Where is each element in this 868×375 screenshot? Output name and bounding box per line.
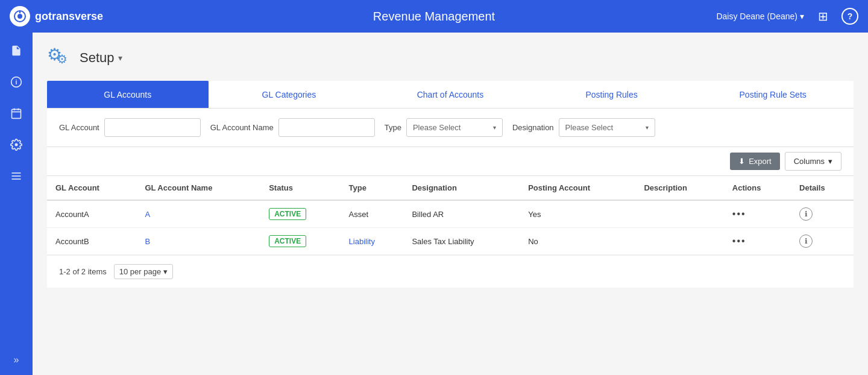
type-label: Type <box>385 123 401 132</box>
cell-details-a: ℹ <box>791 200 854 228</box>
tab-gl-categories[interactable]: GL Categories <box>209 81 370 108</box>
designation-label: Designation <box>512 123 554 132</box>
app-title: Revenue Management <box>373 10 495 24</box>
status-badge-b: ACTIVE <box>269 235 306 247</box>
export-label: Export <box>749 157 772 166</box>
cell-type-b: Liability <box>341 228 404 255</box>
pagination-bar: 1-2 of 2 items 10 per page ▾ <box>47 255 854 288</box>
gl-account-name-filter-group: GL Account Name <box>210 118 375 137</box>
filter-area: GL Account GL Account Name Type Please S… <box>47 109 854 147</box>
sidebar-item-book[interactable] <box>5 40 27 61</box>
gl-account-name-link-b[interactable]: B <box>145 237 150 246</box>
tab-chart-of-accounts[interactable]: Chart of Accounts <box>370 81 531 108</box>
cell-gl-account-name-a: A <box>136 200 260 228</box>
col-header-status: Status <box>260 176 340 200</box>
table-container: GL Account GL Account Name Status Type D… <box>47 176 854 255</box>
designation-select-value: Please Select <box>565 123 614 132</box>
cell-details-b: ℹ <box>791 228 854 255</box>
gl-account-name-input[interactable] <box>278 118 375 137</box>
type-select-value: Please Select <box>413 123 461 132</box>
status-badge-a: ACTIVE <box>269 208 306 220</box>
table-row: AccountA A ACTIVE Asset Billed AR Yes ••… <box>47 200 854 228</box>
cell-designation-b: Sales Tax Liability <box>403 228 520 255</box>
cell-posting-account-b: No <box>520 228 635 255</box>
table-body: AccountA A ACTIVE Asset Billed AR Yes ••… <box>47 200 854 255</box>
help-icon[interactable]: ? <box>841 8 858 25</box>
table-row: AccountB B ACTIVE Liability Sales Tax Li… <box>47 228 854 255</box>
gl-account-name-link-a[interactable]: A <box>145 210 150 219</box>
per-page-value: 10 per page <box>119 267 161 276</box>
svg-rect-5 <box>12 109 21 118</box>
tab-posting-rule-sets[interactable]: Posting Rule Sets <box>692 81 854 108</box>
col-header-designation: Designation <box>403 176 520 200</box>
grid-icon[interactable]: ⊞ <box>814 7 832 25</box>
tabs-container: GL Accounts GL Categories Chart of Accou… <box>47 81 854 109</box>
cell-posting-account-a: Yes <box>520 200 635 228</box>
logo-icon[interactable] <box>10 6 30 27</box>
cell-description-a <box>635 200 723 228</box>
sidebar-item-list[interactable] <box>5 165 27 187</box>
col-header-actions: Actions <box>724 176 791 200</box>
export-icon: ⬇ <box>738 157 745 166</box>
designation-filter-group: Designation Please Select ▾ <box>512 118 655 137</box>
user-dropdown-caret: ▾ <box>800 11 804 21</box>
cell-status-b: ACTIVE <box>260 228 340 255</box>
designation-select[interactable]: Please Select ▾ <box>559 118 655 137</box>
logo-text: gotransverse <box>35 10 103 23</box>
col-header-type: Type <box>341 176 404 200</box>
col-header-details: Details <box>791 176 854 200</box>
setup-gear-icons: ⚙ ⚙ <box>47 45 74 71</box>
type-select[interactable]: Please Select ▾ <box>406 118 503 137</box>
cell-description-b <box>635 228 723 255</box>
actions-menu-b[interactable]: ••• <box>732 236 746 246</box>
gl-account-label: GL Account <box>59 123 99 132</box>
type-link-b[interactable]: Liability <box>349 237 375 246</box>
right-area: Daisy Deane (Deane) ▾ ⊞ ? <box>716 7 858 25</box>
columns-label: Columns <box>794 157 825 166</box>
col-header-description: Description <box>635 176 723 200</box>
actions-menu-a[interactable]: ••• <box>732 209 746 219</box>
columns-caret: ▾ <box>828 157 832 166</box>
col-header-posting-account: Posting Account <box>520 176 635 200</box>
per-page-caret: ▾ <box>163 267 168 276</box>
per-page-select[interactable]: 10 per page ▾ <box>114 264 173 279</box>
main-layout: i » ⚙ ⚙ Setup ▾ GL Accounts GL C <box>0 33 868 375</box>
cell-type-a: Asset <box>341 200 404 228</box>
sidebar-item-settings[interactable] <box>5 134 27 156</box>
user-menu[interactable]: Daisy Deane (Deane) ▾ <box>716 11 804 21</box>
pagination-summary: 1-2 of 2 items <box>59 267 107 276</box>
col-header-gl-account: GL Account <box>47 176 136 200</box>
sidebar-item-calendar[interactable] <box>5 102 27 124</box>
sidebar-item-info[interactable]: i <box>5 71 27 93</box>
cell-gl-account-a: AccountA <box>47 200 136 228</box>
main-content: ⚙ ⚙ Setup ▾ GL Accounts GL Categories Ch… <box>33 33 868 375</box>
cell-gl-account-b: AccountB <box>47 228 136 255</box>
tab-gl-accounts[interactable]: GL Accounts <box>47 81 209 108</box>
type-filter-group: Type Please Select ▾ <box>385 118 503 137</box>
cell-status-a: ACTIVE <box>260 200 340 228</box>
svg-text:i: i <box>15 78 17 86</box>
table-header: GL Account GL Account Name Status Type D… <box>47 176 854 200</box>
cell-designation-a: Billed AR <box>403 200 520 228</box>
sidebar-expand-button[interactable]: » <box>14 355 19 365</box>
col-header-gl-account-name: GL Account Name <box>136 176 260 200</box>
tab-posting-rules[interactable]: Posting Rules <box>531 81 693 108</box>
gl-accounts-table: GL Account GL Account Name Status Type D… <box>47 176 854 255</box>
type-select-arrow: ▾ <box>493 124 496 131</box>
gl-account-filter-group: GL Account <box>59 118 201 137</box>
cell-actions-a: ••• <box>724 200 791 228</box>
action-bar: ⬇ Export Columns ▾ <box>47 147 854 176</box>
sidebar: i » <box>0 33 33 375</box>
details-icon-b[interactable]: ℹ <box>799 235 813 248</box>
details-icon-a[interactable]: ℹ <box>799 207 813 221</box>
gl-account-name-label: GL Account Name <box>210 123 274 132</box>
cell-actions-b: ••• <box>724 228 791 255</box>
columns-button[interactable]: Columns ▾ <box>785 152 841 171</box>
user-name: Daisy Deane (Deane) <box>716 11 797 21</box>
export-button[interactable]: ⬇ Export <box>730 153 780 170</box>
gl-account-input[interactable] <box>104 118 201 137</box>
logo-area: gotransverse <box>10 6 142 27</box>
setup-title[interactable]: Setup ▾ <box>80 50 122 66</box>
cell-gl-account-name-b: B <box>136 228 260 255</box>
designation-select-arrow: ▾ <box>646 124 649 131</box>
